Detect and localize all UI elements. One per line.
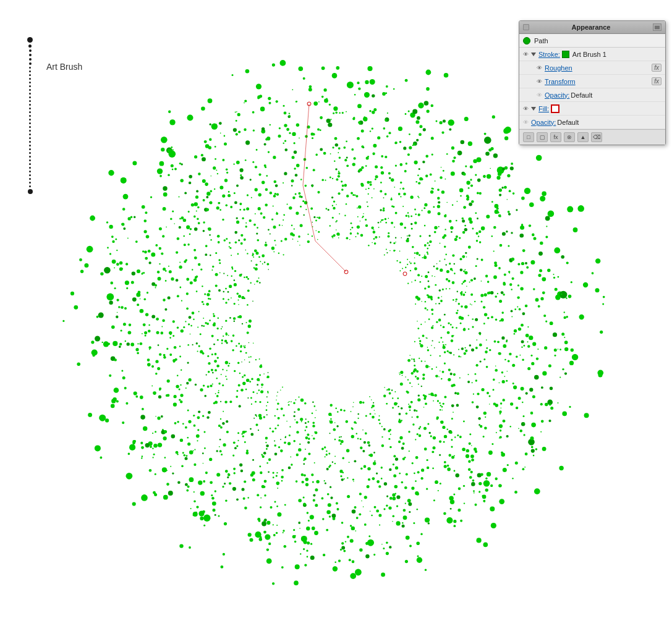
svg-point-508 (506, 435, 509, 438)
svg-point-644 (386, 496, 388, 497)
fill-label[interactable]: Fill: (538, 105, 549, 112)
stroke-opacity-label[interactable]: Opacity: (545, 91, 569, 99)
svg-point-547 (439, 454, 441, 456)
svg-point-2338 (188, 323, 190, 325)
duplicate-button[interactable]: ▢ (537, 132, 548, 142)
svg-point-1509 (187, 410, 189, 412)
svg-point-1659 (334, 562, 336, 564)
svg-point-2418 (466, 198, 469, 201)
svg-point-345 (487, 317, 490, 319)
svg-point-616 (477, 540, 478, 542)
svg-point-1213 (276, 193, 279, 196)
svg-point-635 (374, 460, 375, 462)
svg-point-2382 (179, 399, 181, 400)
svg-point-539 (415, 439, 416, 440)
svg-point-231 (407, 282, 409, 284)
svg-point-82 (370, 79, 375, 85)
svg-point-880 (171, 434, 176, 439)
stroke-visibility-eye[interactable]: 👁 (523, 51, 529, 57)
svg-point-2454 (329, 420, 330, 421)
svg-point-2152 (417, 509, 419, 510)
svg-point-1686 (407, 359, 410, 362)
stroke-label[interactable]: Stroke: (538, 51, 560, 58)
svg-point-482 (418, 394, 420, 396)
svg-point-2426 (144, 219, 147, 222)
svg-point-1077 (227, 275, 228, 276)
transform-visibility-eye[interactable]: 👁 (537, 78, 542, 85)
svg-point-328 (420, 324, 422, 325)
svg-point-646 (352, 510, 356, 514)
svg-point-135 (401, 237, 402, 239)
roughen-label[interactable]: Roughen (545, 64, 572, 72)
delete-button[interactable]: ⌫ (591, 132, 602, 142)
svg-point-1918 (394, 187, 395, 188)
svg-point-1009 (156, 318, 159, 321)
stroke-expand-triangle[interactable] (531, 53, 536, 56)
svg-point-985 (88, 413, 92, 417)
svg-point-871 (198, 410, 200, 413)
svg-point-1367 (484, 427, 487, 430)
svg-point-2016 (400, 182, 402, 184)
svg-point-419 (569, 361, 574, 365)
stroke-color-swatch[interactable] (562, 51, 569, 58)
fill-visibility-eye[interactable]: 👁 (523, 106, 529, 112)
svg-line-2482 (315, 241, 346, 272)
svg-point-1556 (176, 385, 179, 388)
svg-point-2210 (458, 487, 461, 490)
clear-button[interactable]: ⊗ (564, 132, 575, 142)
svg-point-2217 (284, 124, 287, 127)
svg-point-1972 (145, 335, 147, 337)
opacity-label[interactable]: Opacity: (531, 119, 556, 126)
svg-point-1007 (164, 308, 167, 311)
svg-point-1298 (452, 205, 453, 206)
svg-point-1167 (257, 227, 258, 229)
panel-menu-button[interactable] (653, 23, 661, 31)
svg-point-1374 (183, 219, 186, 222)
transform-label[interactable]: Transform (545, 78, 576, 85)
roughen-fx-button[interactable]: fx (652, 64, 661, 72)
svg-point-1801 (407, 259, 408, 260)
svg-point-1320 (181, 179, 184, 182)
svg-point-1414 (456, 298, 457, 300)
svg-point-1301 (383, 127, 386, 130)
svg-point-1490 (241, 296, 244, 299)
panel-path-row: Path (519, 34, 665, 48)
svg-point-151 (430, 190, 433, 193)
svg-point-1291 (443, 326, 445, 329)
svg-point-340 (468, 315, 469, 316)
svg-point-702 (341, 546, 345, 550)
svg-point-946 (249, 342, 250, 344)
fill-expand-triangle[interactable] (531, 107, 536, 111)
svg-point-252 (476, 240, 478, 242)
svg-point-1209 (276, 213, 278, 215)
new-layer-button[interactable]: □ (523, 132, 534, 142)
svg-point-505 (499, 425, 503, 428)
stroke-opacity-eye[interactable]: 👁 (537, 92, 542, 98)
panel-close-button[interactable] (523, 24, 529, 30)
svg-point-23 (335, 143, 338, 146)
svg-point-2431 (262, 263, 263, 264)
roughen-visibility-eye[interactable]: 👁 (537, 65, 542, 71)
fill-color-swatch[interactable] (551, 104, 559, 113)
svg-point-120 (449, 129, 451, 131)
svg-point-2443 (488, 148, 491, 151)
svg-point-965 (166, 348, 168, 350)
transform-fx-button[interactable]: fx (652, 77, 661, 85)
svg-point-1162 (274, 240, 276, 241)
svg-point-1864 (171, 146, 172, 148)
svg-point-1158 (283, 254, 284, 255)
svg-point-1923 (386, 249, 387, 250)
fx-menu-button[interactable]: fx (550, 132, 561, 142)
svg-point-1222 (240, 168, 244, 172)
svg-point-1752 (418, 182, 420, 184)
svg-point-438 (459, 378, 461, 379)
svg-point-1151 (157, 168, 163, 174)
svg-point-808 (267, 402, 268, 403)
svg-point-1224 (236, 161, 240, 164)
move-up-button[interactable]: ▲ (577, 132, 589, 142)
svg-point-1154 (121, 177, 127, 184)
svg-point-548 (427, 467, 429, 469)
svg-point-631 (368, 444, 370, 447)
svg-point-402 (521, 340, 524, 344)
opacity-eye[interactable]: 👁 (523, 119, 529, 125)
